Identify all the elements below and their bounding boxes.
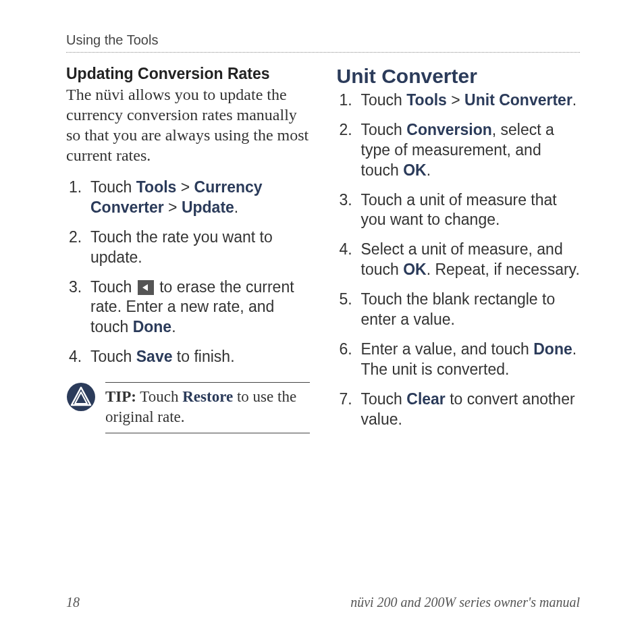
text: Touch [90, 278, 136, 296]
step-3: Touch a unit of measure that you want to… [337, 190, 581, 231]
left-column: Updating Conversion Rates The nüvi allow… [66, 65, 310, 439]
text: Touch [136, 388, 182, 405]
tip-box: TIP: Touch Restore to use the original r… [66, 382, 310, 433]
updating-rates-steps: Touch Tools > Currency Converter > Updat… [66, 178, 310, 367]
text: . Repeat, if necessary. [427, 261, 580, 278]
page-footer: 18 nüvi 200 and 200W series owner's manu… [66, 595, 580, 610]
unit-converter-heading: Unit Converter [337, 65, 581, 88]
separator: > [447, 91, 464, 109]
unit-converter-steps: Touch Tools > Unit Converter. Touch Conv… [337, 90, 581, 429]
keyword-done: Done [533, 340, 572, 358]
text: Touch [361, 390, 407, 408]
keyword-restore: Restore [182, 388, 233, 405]
text: Touch [361, 121, 407, 138]
keyword-conversion: Conversion [406, 121, 492, 138]
manual-title: nüvi 200 and 200W series owner's manual [350, 595, 580, 610]
text: Enter a value, and touch [361, 340, 534, 358]
text: to finish. [172, 348, 234, 365]
step-2: Touch Conversion, select a type of measu… [337, 120, 581, 181]
step-5: Touch the blank rectangle to enter a val… [337, 290, 581, 330]
tip-label: TIP: [105, 388, 136, 405]
step-2: Touch the rate you want to update. [66, 227, 310, 268]
page-number: 18 [66, 595, 80, 610]
keyword-unit-converter: Unit Converter [464, 91, 572, 109]
separator: > [164, 198, 182, 216]
text: . [572, 91, 576, 109]
step-1: Touch Tools > Unit Converter. [337, 90, 581, 111]
separator: > [176, 178, 194, 196]
text: . [234, 198, 238, 216]
keyword-done: Done [133, 318, 172, 336]
step-7: Touch Clear to convert another value. [337, 390, 581, 430]
text: . [171, 318, 176, 336]
step-3: Touch to erase the current rate. Enter a… [66, 277, 310, 338]
keyword-ok: OK [403, 161, 427, 179]
keyword-tools: Tools [406, 91, 447, 109]
erase-back-icon [138, 280, 154, 295]
right-column: Unit Converter Touch Tools > Unit Conver… [337, 65, 581, 439]
updating-rates-intro: The nüvi allows you to update the curren… [66, 84, 310, 165]
text: . [427, 161, 431, 179]
tip-warning-icon [66, 382, 96, 412]
step-4: Select a unit of measure, and touch OK. … [337, 240, 581, 280]
updating-rates-heading: Updating Conversion Rates [66, 65, 310, 83]
keyword-update: Update [182, 198, 234, 216]
section-header: Using the Tools [66, 32, 580, 53]
step-1: Touch Tools > Currency Converter > Updat… [66, 178, 310, 218]
content-columns: Updating Conversion Rates The nüvi allow… [66, 65, 580, 439]
text: Touch [361, 91, 407, 109]
step-4: Touch Save to finish. [66, 347, 310, 367]
keyword-tools: Tools [136, 178, 177, 196]
tip-content: TIP: Touch Restore to use the original r… [105, 382, 310, 433]
text: Touch [90, 178, 136, 196]
keyword-ok: OK [403, 261, 427, 278]
keyword-save: Save [136, 348, 173, 365]
step-6: Enter a value, and touch Done. The unit … [337, 340, 581, 380]
text: Touch [90, 348, 136, 365]
keyword-clear: Clear [406, 390, 446, 408]
